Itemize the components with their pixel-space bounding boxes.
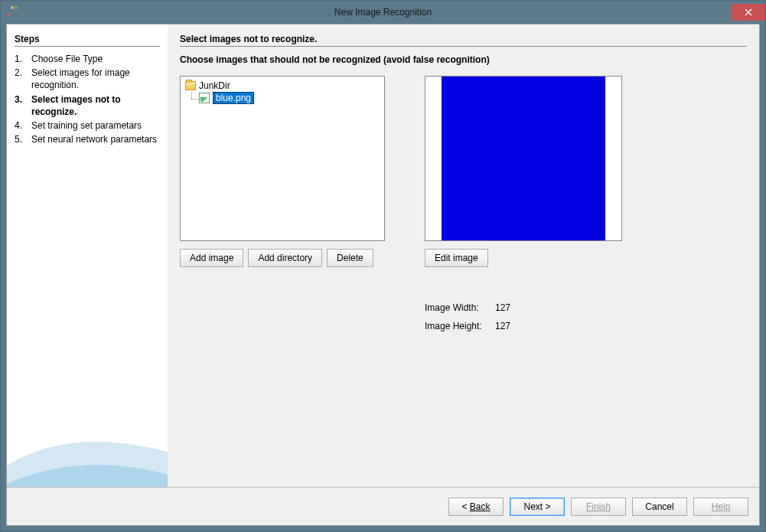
decorative-swoosh bbox=[7, 357, 168, 487]
finish-button: Finish bbox=[571, 498, 626, 516]
tree-connector-icon bbox=[188, 92, 199, 104]
image-height-value: 127 bbox=[495, 321, 624, 331]
edit-image-button[interactable]: Edit image bbox=[425, 249, 488, 267]
close-icon bbox=[745, 8, 752, 16]
cancel-button[interactable]: Cancel bbox=[632, 498, 687, 516]
image-height-label: Image Height: bbox=[425, 321, 495, 331]
next-button[interactable]: Next > bbox=[510, 498, 565, 516]
image-width-label: Image Width: bbox=[425, 302, 495, 313]
app-icon bbox=[7, 6, 19, 18]
steps-list: 1.Choose File Type 2.Select images for i… bbox=[15, 53, 160, 145]
page-subtitle: Choose images that should not be recogni… bbox=[180, 54, 747, 65]
step-item: 1.Choose File Type bbox=[15, 53, 160, 65]
window-title: New Image Recognition bbox=[1, 7, 765, 18]
preview-swatch bbox=[442, 77, 605, 240]
close-button[interactable] bbox=[731, 4, 765, 21]
page-title: Select images not to recognize. bbox=[180, 34, 747, 47]
step-item-current: 3.Select images not to recognize. bbox=[15, 93, 160, 118]
tree-file[interactable]: blue.png bbox=[199, 92, 254, 104]
image-preview bbox=[425, 76, 622, 241]
steps-sidebar: Steps 1.Choose File Type 2.Select images… bbox=[7, 24, 168, 487]
add-image-button[interactable]: Add image bbox=[180, 249, 243, 267]
client-area: Steps 1.Choose File Type 2.Select images… bbox=[6, 24, 760, 526]
image-width-value: 127 bbox=[495, 302, 624, 313]
folder-label: JunkDir bbox=[199, 80, 230, 91]
back-button[interactable]: < Back bbox=[448, 498, 504, 516]
image-file-icon bbox=[199, 93, 210, 103]
delete-button[interactable]: Delete bbox=[327, 249, 373, 267]
add-directory-button[interactable]: Add directory bbox=[248, 249, 322, 267]
step-item: 5.Set neural network parametars bbox=[15, 133, 160, 145]
step-item: 2.Select images for image recognition. bbox=[15, 67, 160, 91]
file-tree[interactable]: JunkDir blue.png bbox=[180, 76, 385, 241]
wizard-footer: < Back Next > Finish Cancel Help bbox=[7, 487, 759, 525]
titlebar: New Image Recognition bbox=[1, 1, 765, 24]
help-button: Help bbox=[693, 498, 748, 516]
main-panel: Select images not to recognize. Choose i… bbox=[168, 24, 759, 487]
steps-heading: Steps bbox=[15, 34, 160, 47]
step-item: 4.Set training set parametars bbox=[15, 119, 160, 132]
file-label: blue.png bbox=[213, 92, 254, 104]
wizard-window: New Image Recognition Steps 1.Choose Fil… bbox=[0, 0, 766, 532]
tree-folder[interactable]: JunkDir bbox=[184, 80, 381, 92]
folder-icon bbox=[185, 81, 196, 90]
